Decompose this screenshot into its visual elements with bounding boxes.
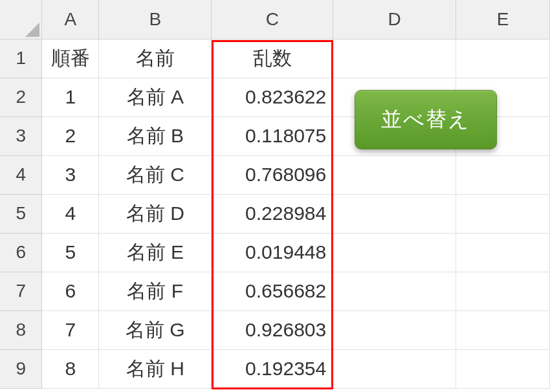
cell-name[interactable]: 名前 E xyxy=(99,233,212,272)
col-header-c[interactable]: C xyxy=(212,0,333,39)
cell-e4[interactable] xyxy=(456,155,550,194)
cell-d8[interactable] xyxy=(333,310,456,349)
cell-header-name[interactable]: 名前 xyxy=(99,39,212,78)
row-header-7[interactable]: 7 xyxy=(0,272,42,310)
row-header-6[interactable]: 6 xyxy=(0,233,42,272)
sort-button-label: 並べ替え xyxy=(381,105,470,134)
cell-order[interactable]: 2 xyxy=(42,116,99,155)
cell-rand[interactable]: 0.192354 xyxy=(212,349,333,388)
cell-rand[interactable]: 0.926803 xyxy=(212,310,333,349)
col-header-d[interactable]: D xyxy=(333,0,456,39)
cell-d1[interactable] xyxy=(333,39,456,78)
cell-order[interactable]: 8 xyxy=(42,349,99,388)
cell-rand[interactable]: 0.768096 xyxy=(212,155,333,194)
cell-rand[interactable]: 0.228984 xyxy=(212,194,333,233)
cell-name[interactable]: 名前 D xyxy=(99,194,212,233)
cell-d5[interactable] xyxy=(333,194,456,233)
cell-name[interactable]: 名前 A xyxy=(99,78,212,116)
cell-name[interactable]: 名前 C xyxy=(99,155,212,194)
sort-button[interactable]: 並べ替え xyxy=(355,90,497,149)
cell-e9[interactable] xyxy=(456,349,550,388)
row-header-5[interactable]: 5 xyxy=(0,194,42,233)
cell-name[interactable]: 名前 H xyxy=(99,349,212,388)
col-header-e[interactable]: E xyxy=(456,0,550,39)
cell-d7[interactable] xyxy=(333,272,456,310)
col-header-b[interactable]: B xyxy=(99,0,212,39)
cell-order[interactable]: 5 xyxy=(42,233,99,272)
cell-d6[interactable] xyxy=(333,233,456,272)
cell-d9[interactable] xyxy=(333,349,456,388)
cell-rand[interactable]: 0.118075 xyxy=(212,116,333,155)
cell-header-rand[interactable]: 乱数 xyxy=(212,39,333,78)
cell-e5[interactable] xyxy=(456,194,550,233)
cell-e6[interactable] xyxy=(456,233,550,272)
cell-name[interactable]: 名前 B xyxy=(99,116,212,155)
row-header-9[interactable]: 9 xyxy=(0,349,42,388)
cell-e8[interactable] xyxy=(456,310,550,349)
row-header-1[interactable]: 1 xyxy=(0,39,42,78)
cell-name[interactable]: 名前 G xyxy=(99,310,212,349)
cell-e7[interactable] xyxy=(456,272,550,310)
cell-rand[interactable]: 0.656682 xyxy=(212,272,333,310)
cell-rand[interactable]: 0.019448 xyxy=(212,233,333,272)
cell-order[interactable]: 7 xyxy=(42,310,99,349)
cell-order[interactable]: 6 xyxy=(42,272,99,310)
cell-name[interactable]: 名前 F xyxy=(99,272,212,310)
cell-e1[interactable] xyxy=(456,39,550,78)
cell-order[interactable]: 3 xyxy=(42,155,99,194)
cell-d4[interactable] xyxy=(333,155,456,194)
cell-header-order[interactable]: 順番 xyxy=(42,39,99,78)
col-header-a[interactable]: A xyxy=(42,0,99,39)
spreadsheet-grid[interactable]: A B C D E 1 順番 名前 乱数 2 1 名前 A 0.823622 3… xyxy=(0,0,550,389)
row-header-3[interactable]: 3 xyxy=(0,116,42,155)
cell-rand[interactable]: 0.823622 xyxy=(212,78,333,116)
row-header-8[interactable]: 8 xyxy=(0,310,42,349)
cell-order[interactable]: 1 xyxy=(42,78,99,116)
select-all-corner[interactable] xyxy=(0,0,42,39)
row-header-2[interactable]: 2 xyxy=(0,78,42,116)
cell-order[interactable]: 4 xyxy=(42,194,99,233)
row-header-4[interactable]: 4 xyxy=(0,155,42,194)
